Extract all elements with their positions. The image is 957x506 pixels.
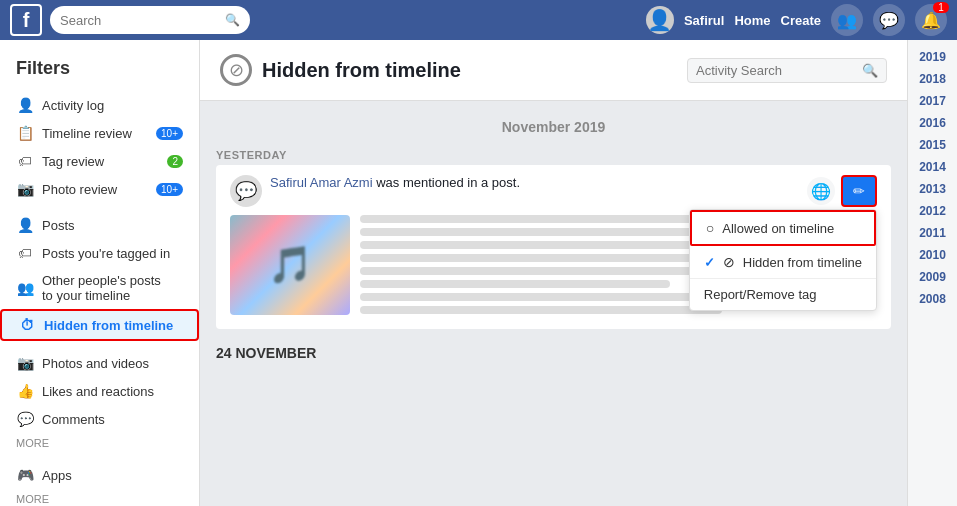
post-image: 🎵	[230, 215, 350, 315]
timeline-review-icon: 📋	[16, 125, 34, 141]
sidebar-item-posts-tagged[interactable]: 🏷 Posts you're tagged in	[0, 239, 199, 267]
posts-icon: 👤	[16, 217, 34, 233]
year-2010[interactable]: 2010	[919, 244, 946, 266]
year-2016[interactable]: 2016	[919, 112, 946, 134]
photo-review-icon: 📷	[16, 181, 34, 197]
sidebar-item-timeline-review[interactable]: 📋 Timeline review 10+	[0, 119, 199, 147]
sidebar-label-apps: Apps	[42, 468, 72, 483]
sidebar: Filters 👤 Activity log 📋 Timeline review…	[0, 40, 200, 506]
post-mention-text: was mentioned in a post.	[376, 175, 520, 190]
post-text: Safirul Amar Azmi was mentioned in a pos…	[270, 175, 520, 190]
sidebar-label-photo-review: Photo review	[42, 182, 117, 197]
hidden-icon: ⊘	[723, 254, 735, 270]
global-search-bar[interactable]: 🔍	[50, 6, 250, 34]
sidebar-item-photos-videos[interactable]: 📷 Photos and videos	[0, 349, 199, 377]
sidebar-label-tag-review: Tag review	[42, 154, 104, 169]
nav-right-section: 👤 Safirul Home Create 👥 💬 🔔 1	[646, 4, 947, 36]
activity-search-icon: 🔍	[862, 63, 878, 78]
timeline-body: November 2019 YESTERDAY 💬 Safirul Amar A…	[200, 101, 907, 379]
sidebar-label-activity-log: Activity log	[42, 98, 104, 113]
home-link[interactable]: Home	[734, 13, 770, 28]
hidden-timeline-icon: ⏱	[18, 317, 36, 333]
content-area: ⊘ Hidden from timeline 🔍 November 2019 Y…	[200, 40, 907, 506]
sidebar-item-tag-review[interactable]: 🏷 Tag review 2	[0, 147, 199, 175]
sidebar-more-2[interactable]: MORE	[0, 489, 199, 506]
sidebar-item-hidden-from-timeline[interactable]: ⏱ Hidden from timeline	[0, 309, 199, 341]
apps-icon: 🎮	[16, 467, 34, 483]
sidebar-label-timeline-review: Timeline review	[42, 126, 132, 141]
year-2018[interactable]: 2018	[919, 68, 946, 90]
globe-button[interactable]: 🌐	[807, 177, 835, 205]
create-link[interactable]: Create	[781, 13, 821, 28]
section-date: 24 NOVEMBER	[216, 337, 891, 369]
ban-icon: ⊘	[220, 54, 252, 86]
sidebar-title: Filters	[0, 50, 199, 91]
avatar[interactable]: 👤	[646, 6, 674, 34]
post-controls: 🌐 ✏	[807, 175, 877, 207]
dropdown-report-remove[interactable]: Report/Remove tag	[690, 279, 876, 310]
posts-tagged-icon: 🏷	[16, 245, 34, 261]
checkmark-icon: ✓	[704, 255, 715, 270]
sidebar-label-hidden-from-timeline: Hidden from timeline	[44, 318, 173, 333]
bell-icon: 🔔	[921, 11, 941, 30]
photo-review-badge: 10+	[156, 183, 183, 196]
month-label: November 2019	[216, 111, 891, 143]
tag-review-badge: 2	[167, 155, 183, 168]
activity-log-icon: 👤	[16, 97, 34, 113]
sidebar-item-apps[interactable]: 🎮 Apps	[0, 461, 199, 489]
facebook-logo[interactable]: f	[10, 4, 42, 36]
sidebar-label-likes-reactions: Likes and reactions	[42, 384, 154, 399]
sidebar-more-1[interactable]: MORE	[0, 433, 199, 453]
dropdown-allowed-label: Allowed on timeline	[722, 221, 834, 236]
tag-review-icon: 🏷	[16, 153, 34, 169]
year-2009[interactable]: 2009	[919, 266, 946, 288]
page-header-left: ⊘ Hidden from timeline	[220, 54, 461, 86]
page-title: Hidden from timeline	[262, 59, 461, 82]
sidebar-item-other-peoples-posts[interactable]: 👥 Other people's poststo your timeline	[0, 267, 199, 309]
year-2014[interactable]: 2014	[919, 156, 946, 178]
radio-unchecked-icon: ○	[706, 220, 714, 236]
notification-badge: 1	[933, 2, 949, 13]
photos-videos-icon: 📷	[16, 355, 34, 371]
friends-icon-btn[interactable]: 👥	[831, 4, 863, 36]
year-2013[interactable]: 2013	[919, 178, 946, 200]
year-sidebar: 2019 2018 2017 2016 2015 2014 2013 2012 …	[907, 40, 957, 506]
nav-username[interactable]: Safirul	[684, 13, 724, 28]
likes-icon: 👍	[16, 383, 34, 399]
notifications-icon-btn[interactable]: 🔔 1	[915, 4, 947, 36]
sidebar-label-posts: Posts	[42, 218, 75, 233]
messages-icon-btn[interactable]: 💬	[873, 4, 905, 36]
main-layout: Filters 👤 Activity log 📋 Timeline review…	[0, 40, 957, 506]
timeline-review-badge: 10+	[156, 127, 183, 140]
sidebar-label-posts-tagged: Posts you're tagged in	[42, 246, 170, 261]
sidebar-label-photos-videos: Photos and videos	[42, 356, 149, 371]
dropdown-hidden-from-timeline[interactable]: ✓ ⊘ Hidden from timeline	[690, 246, 876, 278]
top-navigation: f 🔍 👤 Safirul Home Create 👥 💬 🔔 1	[0, 0, 957, 40]
year-2017[interactable]: 2017	[919, 90, 946, 112]
dropdown-remove-label: Report/Remove tag	[704, 287, 817, 302]
year-2015[interactable]: 2015	[919, 134, 946, 156]
year-2012[interactable]: 2012	[919, 200, 946, 222]
post-user-avatar: 💬	[230, 175, 262, 207]
year-2011[interactable]: 2011	[919, 222, 946, 244]
sidebar-item-photo-review[interactable]: 📷 Photo review 10+	[0, 175, 199, 203]
sidebar-item-comments[interactable]: 💬 Comments	[0, 405, 199, 433]
activity-search-input[interactable]	[696, 63, 862, 78]
sidebar-item-posts[interactable]: 👤 Posts	[0, 211, 199, 239]
comments-icon: 💬	[16, 411, 34, 427]
global-search-input[interactable]	[60, 13, 225, 28]
sidebar-label-comments: Comments	[42, 412, 105, 427]
search-icon: 🔍	[225, 13, 240, 27]
edit-button[interactable]: ✏	[841, 175, 877, 207]
post-user-link[interactable]: Safirul Amar Azmi	[270, 175, 373, 190]
activity-search-bar[interactable]: 🔍	[687, 58, 887, 83]
sidebar-item-likes-reactions[interactable]: 👍 Likes and reactions	[0, 377, 199, 405]
sidebar-item-activity-log[interactable]: 👤 Activity log	[0, 91, 199, 119]
day-label: YESTERDAY	[216, 143, 891, 165]
post-card: 💬 Safirul Amar Azmi was mentioned in a p…	[216, 165, 891, 329]
other-posts-icon: 👥	[16, 280, 34, 296]
dropdown-allowed-on-timeline[interactable]: ○ Allowed on timeline	[690, 210, 876, 246]
year-2008[interactable]: 2008	[919, 288, 946, 310]
year-2019[interactable]: 2019	[919, 46, 946, 68]
messages-icon: 💬	[879, 11, 899, 30]
